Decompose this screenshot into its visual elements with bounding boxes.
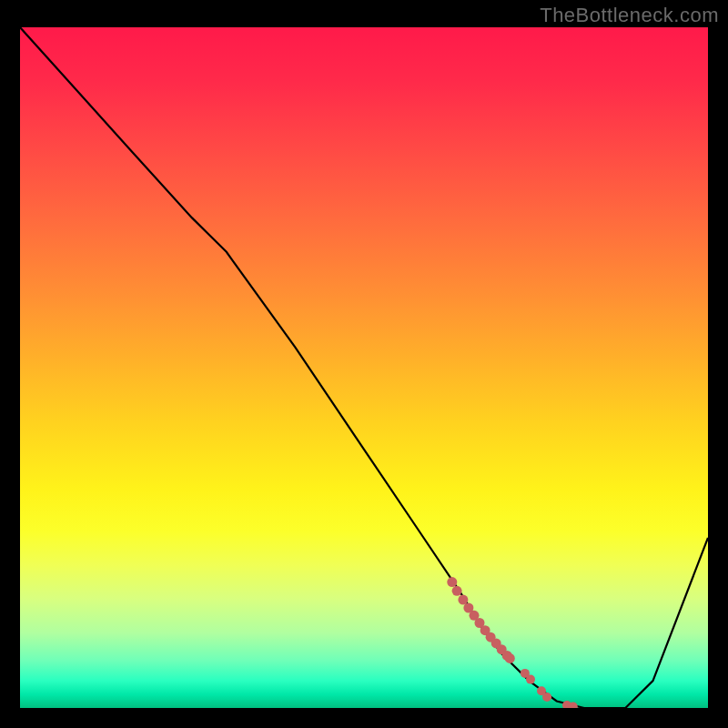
highlight-dot: [542, 693, 551, 702]
highlight-dot: [447, 577, 457, 587]
plot-area: [20, 27, 708, 708]
highlight-dot: [452, 586, 462, 596]
curve-line: [20, 27, 708, 708]
watermark-text: TheBottleneck.com: [540, 4, 719, 27]
chart-frame: TheBottleneck.com: [0, 0, 728, 728]
highlight-dot: [526, 675, 535, 684]
chart-svg: [20, 27, 708, 708]
highlight-dot: [505, 653, 515, 663]
highlight-dots: [447, 577, 578, 708]
